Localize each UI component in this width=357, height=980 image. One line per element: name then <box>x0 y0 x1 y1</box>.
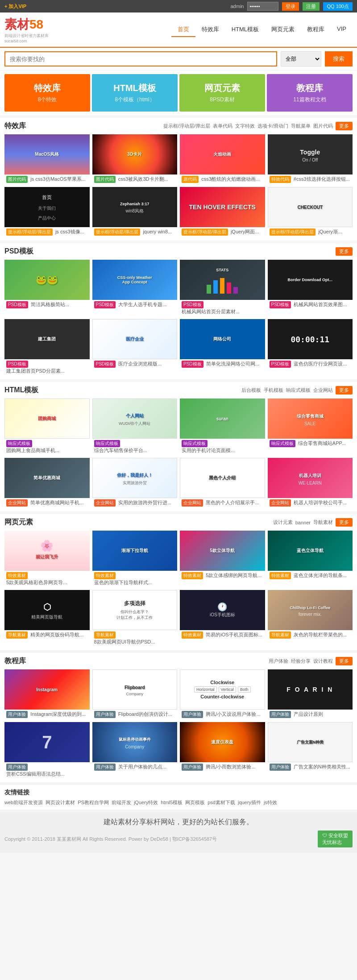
html-item-7[interactable]: 黑色个人介绍 企业网站 黑色的个人介绍展示手... <box>180 458 265 508</box>
link-5[interactable]: jQuery特效 <box>134 799 158 806</box>
html-tag-4[interactable]: 企业网站 <box>313 387 333 394</box>
web-item-5[interactable]: ⬡ 精美网页版导航 导航素材 精美的网页版份码导航... <box>4 590 90 647</box>
hero-fx[interactable]: 特效库 8个特效 <box>4 74 90 112</box>
nav-vip[interactable]: VIP <box>331 23 353 37</box>
link-2[interactable]: 网页设计素材 <box>46 799 75 806</box>
fx-tag-3[interactable]: 文字特效 <box>235 123 255 129</box>
web-more[interactable]: 更多 <box>336 518 353 527</box>
link-8[interactable]: psd素材下载 <box>208 799 235 806</box>
tut-item-3[interactable]: Clockwise Horizontal Vertical Both Count… <box>180 669 265 719</box>
nav-home[interactable]: 首页 <box>171 23 195 37</box>
fx-tag-4[interactable]: 选项卡/滑动门 <box>257 123 288 129</box>
html-item-4[interactable]: 综合零售商城 SALE 响应式模板 综合零售商城站APP... <box>268 399 353 455</box>
psd-item-7[interactable]: 网络公司 PSD模板 简单化洗澡网络公司网... <box>180 319 265 376</box>
search-button[interactable]: 搜索 <box>325 51 353 66</box>
link-10[interactable]: js特效 <box>264 799 277 806</box>
fx-item-1[interactable]: MacOS风格 图片代码 js css3仿MacOS苹果系... <box>4 134 90 184</box>
tut-item-2[interactable]: Flipboard Company 用户体验 Flipboard的创演仿设计..… <box>92 669 178 719</box>
psd-item-6[interactable]: 医疗企业 PSD模板 医疗企业浏览模版... <box>92 319 178 376</box>
nav-web[interactable]: 网页元素 <box>265 23 301 37</box>
link-1[interactable]: web前端开发资源 <box>4 799 43 806</box>
web-item-8[interactable]: Chillhop Lo-Fi Coffee forever mix. 导航素材 … <box>268 590 353 647</box>
fx-item-3[interactable]: 火焰动画 原代码 css3酷炫的火焰燃烧动画... <box>180 134 265 184</box>
psd-item-8[interactable]: 00:00:11 PSD模板 蓝色仿医疗行业网页设... <box>268 319 353 376</box>
html-tag-2[interactable]: 手机模板 <box>264 387 283 394</box>
psd-item-5[interactable]: 建工集团 PSD模板 建工集团首页PSD分层素... <box>4 319 90 376</box>
psd-item-2[interactable]: CSS-only WeatherApp Concept PSD模板 大学生人选手… <box>92 260 178 316</box>
html-tag-3[interactable]: 响应式模板 <box>286 387 311 394</box>
tut-nav-tags: 用户体验 经验分享 设计教程 更多 <box>269 657 353 665</box>
svg-rect-4 <box>233 287 238 294</box>
tut-tag-2[interactable]: 经验分享 <box>291 658 311 664</box>
footer-security-badge[interactable]: 🛡 安全联盟无忧标志 <box>318 831 353 847</box>
link-9[interactable]: jquery插件 <box>238 799 261 806</box>
psd-item-3[interactable]: STATS PSD模板 机械风网站首页分层素材... <box>180 260 265 316</box>
web-item-7[interactable]: 🕐 iOS手机图标 特效素材 简易的iOS手机页面图标... <box>180 590 265 647</box>
web-item-3[interactable]: 5款立体导航 特效素材 5款立体感绑的网页导航... <box>180 531 265 587</box>
fx-tag-6[interactable]: 图片代码 <box>313 123 333 129</box>
qq-button[interactable]: QQ 100点 <box>323 2 353 11</box>
tut-more[interactable]: 更多 <box>336 657 353 665</box>
password-input[interactable] <box>247 2 278 11</box>
tut-tag-3[interactable]: 设计教程 <box>313 658 333 664</box>
fx-item-4[interactable]: Toggle On / Off 特效代码 #css3炫选择化选择按钮... <box>268 134 353 184</box>
html-item-5[interactable]: 简单优惠商城 企业网站 简单优惠商城网站手机... <box>4 458 90 508</box>
tut-section-header: 教程库 用户体验 经验分享 设计教程 更多 <box>4 656 353 666</box>
html-item-2[interactable]: 个人网站 WUDI/你个人网站 响应式模板 综合汽车销售保价平台... <box>92 399 178 455</box>
tut-item-6[interactable]: 鼠标悬停动画事件 Company 用户体验 关于用户体验的几点... <box>92 722 178 779</box>
web-item-2[interactable]: 渐渐下拉导航 特效素材 蓝色的渐渐下拉导航样式... <box>92 531 178 587</box>
hero-web[interactable]: 网页元素 8PSD素材 <box>179 74 265 112</box>
tut-tag-1[interactable]: 用户体验 <box>269 658 288 664</box>
fx-item-2[interactable]: 3D卡片 图片代码 css3被风效3D卡片翻... <box>92 134 178 184</box>
tut-item-5[interactable]: 7 用户体验 赏析CSS编辑用语法总结... <box>4 722 90 779</box>
link-3[interactable]: PS教程自学网 <box>78 799 109 806</box>
html-tag-1[interactable]: 后台模板 <box>241 387 261 394</box>
fx-item-8[interactable]: CHECKOUT 提示框/浮动层/弹出层 jQuery渐... <box>268 187 353 237</box>
fx-tag-2[interactable]: 表单代码 <box>213 123 232 129</box>
fx-tag-1[interactable]: 提示框/浮动层/弹出层 <box>163 123 210 129</box>
hero-fx-title: 特效库 <box>9 82 86 94</box>
web-item-4[interactable]: 蓝色立体导航 特效素材 蓝色立体光泽的导航条... <box>268 531 353 587</box>
tut-item-4[interactable]: F O A R I N 用户体验 产品设计原则 <box>268 669 353 719</box>
html-item-3[interactable]: suran 响应式模板 实用的手机讨论页面模... <box>180 399 265 455</box>
link-6[interactable]: html5模板 <box>161 799 183 806</box>
fx-item-5[interactable]: 首页 关于我们 产品中心 提示框/浮动层/弹出层 js css3镜像... <box>4 187 90 237</box>
fx-title-1: js css3仿MacOS苹果系... <box>30 176 85 182</box>
html-item-8[interactable]: 机器人培训 WE·LEARN 企业网站 机器人培训学校公司手... <box>268 458 353 508</box>
html-badge-4: 响应式模板 <box>270 440 295 447</box>
link-4[interactable]: 前端开发 <box>112 799 131 806</box>
hero-tut[interactable]: 教程库 11篇教程文档 <box>267 74 353 112</box>
link-7[interactable]: 网页模板 <box>185 799 205 806</box>
psd-item-1[interactable]: 🐸🐸 PSD模板 简洁风格极简站... <box>4 260 90 316</box>
fx-item-7[interactable]: TEN HOVER EFFECTS 提示框/浮动层/弹出层 jQuery网面..… <box>180 187 265 237</box>
logo[interactable]: 素材58 前端设计省时省力素材库 sucai58.com <box>4 16 49 43</box>
nav-fx[interactable]: 特效库 <box>195 23 225 37</box>
search-input[interactable] <box>4 51 277 66</box>
tut-item-7[interactable]: 速度仪表盘 用户体验 腾讯/小而数浏览体验... <box>180 722 265 779</box>
nav-tut[interactable]: 教程库 <box>301 23 331 37</box>
fx-tag-5[interactable]: 导航菜单 <box>291 123 311 129</box>
fx-item-6[interactable]: Zephaniah 3:17 win8风格 提示框/浮动层/弹出层 jquery… <box>92 187 178 237</box>
tut-item-8[interactable]: 广告文案N种类 用户体验 广告文案的N种类相关性... <box>268 722 353 779</box>
psd-more[interactable]: 更多 <box>336 247 353 256</box>
nav-html[interactable]: HTML模板 <box>225 23 265 37</box>
search-category[interactable]: 全部 特效库 HTML模板 网页元素 教程库 <box>281 51 321 66</box>
login-button[interactable]: 登录 <box>282 2 299 11</box>
register-button[interactable]: 注册 <box>303 2 320 11</box>
html-badge-7: 企业网站 <box>182 499 203 507</box>
fx-more[interactable]: 更多 <box>336 122 353 130</box>
fx-badge-1: 图片代码 <box>6 176 28 183</box>
web-tag-3[interactable]: 导航素材 <box>313 519 333 526</box>
hero-html[interactable]: HTML模板 8个模板（html） <box>92 74 178 112</box>
web-item-6[interactable]: 多项选择 你叫什么名字？ 计划工作，从不工作 导航素材 8款美观网页UI导航仿P… <box>92 590 178 647</box>
web-tag-2[interactable]: banner <box>295 520 311 525</box>
tut-title-5: 赏析CSS编辑用语法总结... <box>6 771 65 777</box>
html-item-1[interactable]: 团购商城 响应式模板 团购网上食品商城手机... <box>4 399 90 455</box>
html-more[interactable]: 更多 <box>336 386 353 394</box>
tut-item-1[interactable]: Instagram 用户体验 Instagram深度优级的到... <box>4 669 90 719</box>
html-item-6[interactable]: 你好，我是好人！ 实用旅游外贸 企业网站 实用的旅游跨外贸行进... <box>92 458 178 508</box>
web-item-1[interactable]: 🌸 就让我飞升 特效素材 5款美观风格彩色异网页导... <box>4 531 90 587</box>
psd-item-4[interactable]: Border Download Opt... PSD模板 机械风网站首页效果图.… <box>268 260 353 316</box>
web-tag-1[interactable]: 设计元素 <box>273 519 293 526</box>
vip-button[interactable]: + 加入VIP <box>4 3 26 10</box>
